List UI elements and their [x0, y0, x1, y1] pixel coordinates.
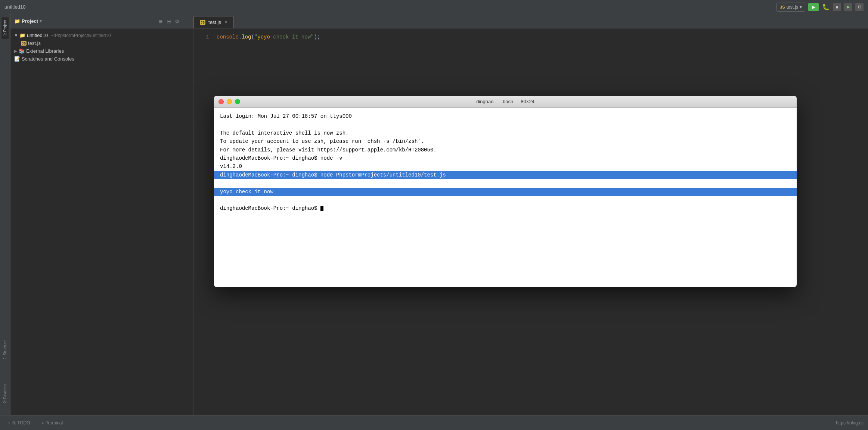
folder-icon: 📁	[14, 18, 20, 24]
app-title: untitled10	[4, 4, 25, 10]
code-string-highlight: yoyo	[257, 34, 270, 40]
code-log-method: log	[242, 34, 251, 40]
project-dropdown-arrow[interactable]: ▾	[40, 19, 42, 24]
main-layout: 1: Project 2: Structure 2: Favorites 📁 P…	[0, 14, 868, 415]
bottom-todo-label: 6: TODO	[12, 420, 30, 426]
tree-item-extlibs[interactable]: ▶ 📚 External Libraries	[10, 47, 193, 55]
tab-js-icon: JS	[200, 20, 205, 25]
terminal-line-10: dinghaodeMacBook-Pro:~ dinghao$	[220, 205, 323, 211]
terminal-icon: ▪	[42, 420, 44, 426]
tree-item-scratches[interactable]: 📝 Scratches and Consoles	[10, 55, 193, 63]
code-paren-close: )	[314, 34, 317, 40]
project-panel: 📁 Project ▾ ⊕ ⊟ ⚙ — ▼ 📁 untitled10 ~/Php…	[10, 14, 193, 415]
tree-item-root[interactable]: ▼ 📁 untitled10 ~/PhpstormProjects/untitl…	[10, 31, 193, 39]
code-string-quote1: "	[254, 34, 257, 40]
js-file-icon: JS	[21, 41, 27, 46]
bottom-right-url: https://blog.cs	[836, 420, 864, 426]
debug-button[interactable]: 🐛	[822, 3, 830, 11]
terminal-minimize-button[interactable]	[227, 99, 232, 104]
terminal-line-empty	[220, 122, 223, 128]
tab-testjs[interactable]: JS test.js ✕	[193, 16, 234, 28]
titlebar-left: untitled10	[4, 4, 25, 10]
terminal-line-8: dinghaodeMacBook-Pro:~ dinghao$ node Php…	[214, 171, 797, 179]
file-run-dropdown[interactable]: JS test.js ▾	[776, 3, 805, 12]
terminal-window: dinghao — -bash — 80×24 Last login: Mon …	[214, 96, 797, 287]
titlebar: untitled10 JS test.js ▾ ▶ 🐛 ■ ▶ ⊡	[0, 0, 868, 14]
tab-bar: JS test.js ✕	[193, 14, 868, 28]
coverage-button[interactable]: ▶	[844, 3, 852, 11]
tree-expand-arrow-extlibs: ▶	[14, 49, 17, 53]
terminal-line-9: yoyo check it now	[214, 188, 797, 196]
tree-expand-arrow-root: ▼	[14, 33, 18, 37]
sidebar-strip-tab-structure[interactable]: 2: Structure	[1, 337, 9, 363]
code-console-keyword: console	[217, 34, 239, 40]
terminal-line-1: Last login: Mon Jul 27 00:18:57 on ttys0…	[220, 113, 352, 119]
terminal-close-button[interactable]	[218, 99, 224, 104]
bottom-bar: ≡ 6: TODO ▪ Terminal https://blog.cs	[0, 415, 868, 430]
code-dot: .	[239, 34, 242, 40]
project-tree: ▼ 📁 untitled10 ~/PhpstormProjects/untitl…	[10, 28, 193, 415]
bottom-tab-todo[interactable]: ≡ 6: TODO	[4, 419, 33, 427]
editor-area: JS test.js ✕ 1 console.log("yoyo check i…	[193, 14, 868, 415]
extlibs-icon: 📚	[19, 48, 25, 54]
terminal-line-6: dinghaodeMacBook-Pro:~ dinghao$ node -v	[220, 155, 342, 161]
bottom-tab-terminal[interactable]: ▪ Terminal	[39, 419, 66, 427]
todo-icon: ≡	[7, 420, 10, 426]
tree-root-label: untitled10	[27, 33, 48, 38]
terminal-line-4: To update your account to use zsh, pleas…	[220, 138, 424, 144]
terminal-titlebar: dinghao — -bash — 80×24	[214, 96, 797, 108]
tree-item-testjs[interactable]: JS test.js	[10, 39, 193, 47]
project-title-label: Project	[22, 18, 38, 24]
project-globe-icon[interactable]: ⊕	[158, 18, 164, 25]
tree-root-path: ~/PhpstormProjects/untitled10	[51, 33, 111, 38]
scratches-icon: 📝	[14, 56, 20, 62]
tree-scratches-label: Scratches and Consoles	[22, 56, 74, 62]
project-header-title[interactable]: 📁 Project ▾	[14, 18, 155, 24]
terminal-body[interactable]: Last login: Mon Jul 27 00:18:57 on ttys0…	[214, 108, 797, 287]
editor-content: 1 console.log("yoyo check it now"); ding…	[193, 28, 868, 415]
run-button[interactable]: ▶	[808, 3, 819, 11]
sidebar-strip-tab-project[interactable]: 1: Project	[1, 17, 9, 39]
project-minimize-icon[interactable]: —	[183, 18, 189, 25]
terminal-traffic-lights	[218, 99, 240, 104]
code-string-rest: check it now	[270, 34, 311, 40]
run-file-label: test.js	[787, 4, 798, 10]
terminal-line-5: For more details, please visit https://s…	[220, 147, 437, 153]
left-sidebar-strip: 1: Project 2: Structure 2: Favorites	[0, 14, 10, 415]
line-number-1: 1	[196, 33, 209, 41]
dropdown-arrow-icon: ▾	[800, 4, 802, 10]
terminal-line-3: The default interactive shell is now zsh…	[220, 130, 348, 136]
project-settings-icon[interactable]: ⚙	[174, 18, 180, 25]
bottom-url-label: https://blog.cs	[836, 420, 864, 426]
terminal-title-label: dinghao — -bash — 80×24	[476, 99, 534, 104]
folder-icon-root: 📁	[19, 33, 25, 38]
code-paren-open: (	[251, 34, 254, 40]
tab-label: test.js	[208, 19, 221, 25]
code-semicolon: ;	[317, 34, 320, 40]
terminal-cursor	[320, 206, 323, 211]
project-header-icons: ⊕ ⊟ ⚙ —	[158, 18, 189, 25]
tree-testjs-label: test.js	[28, 40, 41, 46]
terminal-prompt: dinghaodeMacBook-Pro:~ dinghao$	[220, 205, 320, 211]
sidebar-strip-tab-favorites[interactable]: 2: Favorites	[1, 381, 9, 406]
line-numbers: 1	[193, 28, 212, 415]
titlebar-right: JS test.js ▾ ▶ 🐛 ■ ▶ ⊡	[776, 3, 864, 12]
terminal-maximize-button[interactable]	[235, 99, 240, 104]
tree-extlibs-label: External Libraries	[26, 48, 64, 54]
project-collapse-icon[interactable]: ⊟	[166, 18, 172, 25]
project-panel-header: 📁 Project ▾ ⊕ ⊟ ⚙ —	[10, 14, 193, 28]
stop-button[interactable]: ■	[833, 3, 841, 11]
terminal-line-7: v14.2.0	[220, 163, 242, 169]
bottom-terminal-label: Terminal	[46, 420, 63, 426]
window-button[interactable]: ⊡	[855, 3, 864, 11]
tab-close-button[interactable]: ✕	[224, 20, 227, 25]
